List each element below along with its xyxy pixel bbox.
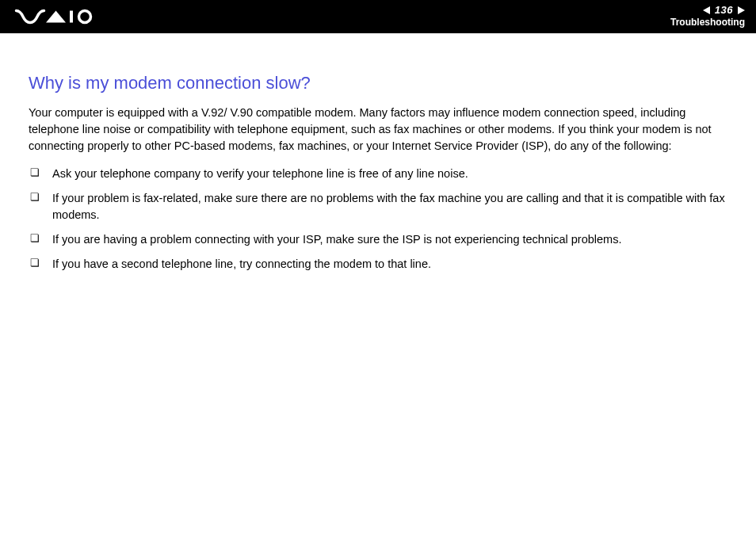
page-number: 136 bbox=[715, 5, 733, 15]
svg-point-1 bbox=[79, 11, 91, 23]
header-bar: 136 Troubleshooting bbox=[0, 0, 756, 33]
page-navigation: 136 bbox=[703, 5, 745, 15]
article-title: Why is my modem connection slow? bbox=[29, 73, 727, 93]
vaio-logo bbox=[14, 9, 94, 25]
article-intro: Your computer is equipped with a V.92/ V… bbox=[29, 105, 727, 154]
prev-page-icon[interactable] bbox=[703, 6, 710, 14]
list-item: If your problem is fax-related, make sur… bbox=[29, 190, 727, 223]
list-item: Ask your telephone company to verify you… bbox=[29, 166, 727, 182]
section-label: Troubleshooting bbox=[670, 17, 745, 28]
next-page-icon[interactable] bbox=[738, 6, 745, 14]
bullet-list: Ask your telephone company to verify you… bbox=[29, 166, 727, 273]
svg-rect-0 bbox=[70, 11, 73, 23]
list-item: If you are having a problem connecting w… bbox=[29, 231, 727, 248]
header-right: 136 Troubleshooting bbox=[670, 5, 745, 28]
list-item: If you have a second telephone line, try… bbox=[29, 256, 727, 273]
page-content: Why is my modem connection slow? Your co… bbox=[0, 33, 756, 273]
